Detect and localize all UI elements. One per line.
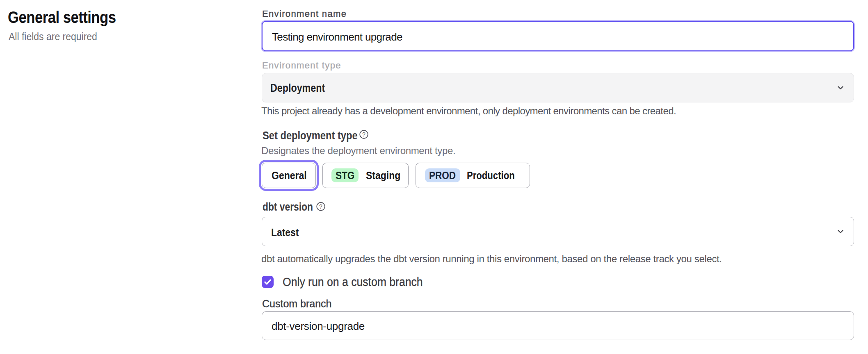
svg-text:?: ? [319, 203, 322, 210]
svg-text:?: ? [362, 131, 365, 138]
